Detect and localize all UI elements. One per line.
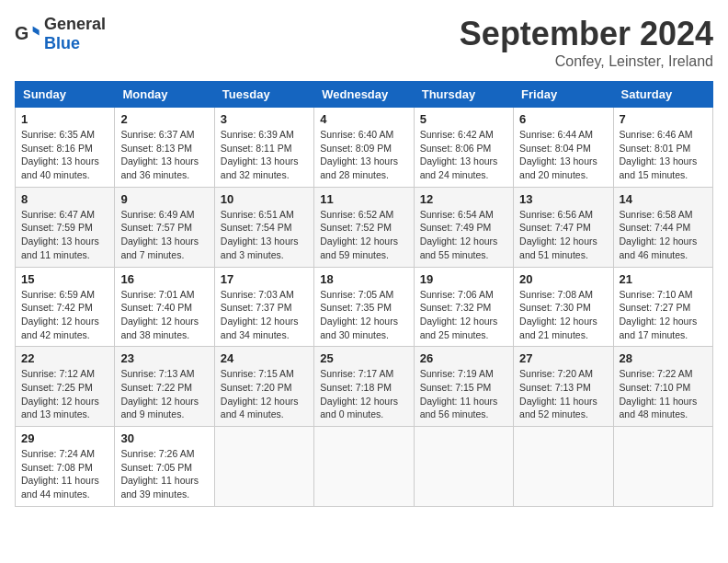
day-number: 18 xyxy=(320,272,407,286)
calendar-day-cell: 16 Sunrise: 7:01 AM Sunset: 7:40 PM Dayl… xyxy=(115,267,214,347)
calendar-week-row: 8 Sunrise: 6:47 AM Sunset: 7:59 PM Dayli… xyxy=(16,187,713,267)
calendar-day-cell: 10 Sunrise: 6:51 AM Sunset: 7:54 PM Dayl… xyxy=(214,187,313,267)
calendar-day-cell: 20 Sunrise: 7:08 AM Sunset: 7:30 PM Dayl… xyxy=(514,267,613,347)
calendar-day-cell: 28 Sunrise: 7:22 AM Sunset: 7:10 PM Dayl… xyxy=(613,347,712,427)
day-number: 29 xyxy=(21,431,108,445)
svg-marker-1 xyxy=(33,27,40,36)
day-info: Sunrise: 6:51 AM Sunset: 7:54 PM Dayligh… xyxy=(221,208,308,262)
day-info: Sunrise: 6:54 AM Sunset: 7:49 PM Dayligh… xyxy=(420,208,507,262)
day-number: 26 xyxy=(420,351,507,365)
calendar-day-cell: 6 Sunrise: 6:44 AM Sunset: 8:04 PM Dayli… xyxy=(514,108,613,188)
calendar-day-cell: 29 Sunrise: 7:24 AM Sunset: 7:08 PM Dayl… xyxy=(16,427,115,507)
svg-text:G: G xyxy=(15,23,28,43)
day-number: 8 xyxy=(21,192,108,206)
day-info: Sunrise: 7:15 AM Sunset: 7:20 PM Dayligh… xyxy=(221,367,308,421)
weekday-header-cell: Sunday xyxy=(16,82,115,108)
calendar-day-cell: 8 Sunrise: 6:47 AM Sunset: 7:59 PM Dayli… xyxy=(16,187,115,267)
logo-blue: Blue xyxy=(44,34,80,52)
calendar-week-row: 29 Sunrise: 7:24 AM Sunset: 7:08 PM Dayl… xyxy=(16,427,713,507)
day-info: Sunrise: 6:44 AM Sunset: 8:04 PM Dayligh… xyxy=(519,128,607,182)
calendar-day-cell xyxy=(613,427,712,507)
calendar-day-cell: 2 Sunrise: 6:37 AM Sunset: 8:13 PM Dayli… xyxy=(115,108,214,188)
day-number: 10 xyxy=(221,192,308,206)
day-info: Sunrise: 7:13 AM Sunset: 7:22 PM Dayligh… xyxy=(120,367,208,421)
day-info: Sunrise: 7:08 AM Sunset: 7:30 PM Dayligh… xyxy=(519,288,607,342)
calendar-day-cell: 7 Sunrise: 6:46 AM Sunset: 8:01 PM Dayli… xyxy=(613,108,712,188)
day-number: 1 xyxy=(21,112,108,126)
weekday-header-cell: Tuesday xyxy=(214,82,313,108)
day-info: Sunrise: 6:47 AM Sunset: 7:59 PM Dayligh… xyxy=(21,208,108,262)
day-number: 17 xyxy=(221,272,308,286)
day-number: 9 xyxy=(120,192,208,206)
day-number: 16 xyxy=(120,272,208,286)
day-info: Sunrise: 7:20 AM Sunset: 7:13 PM Dayligh… xyxy=(519,367,607,421)
day-info: Sunrise: 7:05 AM Sunset: 7:35 PM Dayligh… xyxy=(320,288,407,342)
title-area: September 2024 Confey, Leinster, Ireland xyxy=(460,15,713,70)
day-number: 7 xyxy=(620,112,707,126)
day-info: Sunrise: 7:10 AM Sunset: 7:27 PM Dayligh… xyxy=(620,288,707,342)
weekday-header-cell: Monday xyxy=(115,82,214,108)
day-info: Sunrise: 6:40 AM Sunset: 8:09 PM Dayligh… xyxy=(320,128,407,182)
day-info: Sunrise: 7:19 AM Sunset: 7:15 PM Dayligh… xyxy=(420,367,507,421)
day-info: Sunrise: 6:39 AM Sunset: 8:11 PM Dayligh… xyxy=(221,128,308,182)
calendar-day-cell: 19 Sunrise: 7:06 AM Sunset: 7:32 PM Dayl… xyxy=(414,267,513,347)
calendar-week-row: 22 Sunrise: 7:12 AM Sunset: 7:25 PM Dayl… xyxy=(16,347,713,427)
day-info: Sunrise: 7:17 AM Sunset: 7:18 PM Dayligh… xyxy=(320,367,407,421)
day-number: 14 xyxy=(620,192,707,206)
day-number: 12 xyxy=(420,192,507,206)
calendar-table: SundayMondayTuesdayWednesdayThursdayFrid… xyxy=(15,81,713,507)
day-number: 2 xyxy=(120,112,208,126)
day-number: 4 xyxy=(320,112,407,126)
calendar-day-cell: 26 Sunrise: 7:19 AM Sunset: 7:15 PM Dayl… xyxy=(414,347,513,427)
logo-icon: G xyxy=(15,21,40,47)
day-number: 11 xyxy=(320,192,407,206)
day-number: 28 xyxy=(620,351,707,365)
calendar-day-cell: 1 Sunrise: 6:35 AM Sunset: 8:16 PM Dayli… xyxy=(16,108,115,188)
day-info: Sunrise: 6:35 AM Sunset: 8:16 PM Dayligh… xyxy=(21,128,108,182)
day-number: 15 xyxy=(21,272,108,286)
calendar-day-cell: 17 Sunrise: 7:03 AM Sunset: 7:37 PM Dayl… xyxy=(214,267,313,347)
calendar-day-cell: 3 Sunrise: 6:39 AM Sunset: 8:11 PM Dayli… xyxy=(214,108,313,188)
month-title: September 2024 xyxy=(460,15,713,53)
calendar-day-cell xyxy=(414,427,513,507)
day-number: 20 xyxy=(519,272,607,286)
day-number: 19 xyxy=(420,272,507,286)
calendar-body: 1 Sunrise: 6:35 AM Sunset: 8:16 PM Dayli… xyxy=(16,108,713,507)
calendar-day-cell xyxy=(514,427,613,507)
logo: G General Blue xyxy=(15,15,106,53)
day-info: Sunrise: 6:49 AM Sunset: 7:57 PM Dayligh… xyxy=(120,208,208,262)
day-info: Sunrise: 6:58 AM Sunset: 7:44 PM Dayligh… xyxy=(620,208,707,262)
calendar-day-cell: 4 Sunrise: 6:40 AM Sunset: 8:09 PM Dayli… xyxy=(314,108,414,188)
day-number: 23 xyxy=(120,351,208,365)
calendar-day-cell: 24 Sunrise: 7:15 AM Sunset: 7:20 PM Dayl… xyxy=(214,347,313,427)
day-number: 21 xyxy=(620,272,707,286)
weekday-header-cell: Thursday xyxy=(414,82,513,108)
calendar-day-cell: 11 Sunrise: 6:52 AM Sunset: 7:52 PM Dayl… xyxy=(314,187,414,267)
day-info: Sunrise: 7:26 AM Sunset: 7:05 PM Dayligh… xyxy=(120,447,208,501)
day-number: 5 xyxy=(420,112,507,126)
day-number: 30 xyxy=(120,431,208,445)
calendar-day-cell: 30 Sunrise: 7:26 AM Sunset: 7:05 PM Dayl… xyxy=(115,427,214,507)
calendar-day-cell: 9 Sunrise: 6:49 AM Sunset: 7:57 PM Dayli… xyxy=(115,187,214,267)
day-info: Sunrise: 7:22 AM Sunset: 7:10 PM Dayligh… xyxy=(620,367,707,421)
day-info: Sunrise: 7:24 AM Sunset: 7:08 PM Dayligh… xyxy=(21,447,108,501)
weekday-header-row: SundayMondayTuesdayWednesdayThursdayFrid… xyxy=(16,82,713,108)
day-info: Sunrise: 7:01 AM Sunset: 7:40 PM Dayligh… xyxy=(120,288,208,342)
logo-general: General xyxy=(44,15,106,33)
calendar-week-row: 1 Sunrise: 6:35 AM Sunset: 8:16 PM Dayli… xyxy=(16,108,713,188)
calendar-day-cell: 5 Sunrise: 6:42 AM Sunset: 8:06 PM Dayli… xyxy=(414,108,513,188)
day-number: 6 xyxy=(519,112,607,126)
day-info: Sunrise: 6:56 AM Sunset: 7:47 PM Dayligh… xyxy=(519,208,607,262)
weekday-header-cell: Friday xyxy=(514,82,613,108)
day-number: 25 xyxy=(320,351,407,365)
calendar-day-cell: 23 Sunrise: 7:13 AM Sunset: 7:22 PM Dayl… xyxy=(115,347,214,427)
calendar-day-cell: 14 Sunrise: 6:58 AM Sunset: 7:44 PM Dayl… xyxy=(613,187,712,267)
day-info: Sunrise: 6:37 AM Sunset: 8:13 PM Dayligh… xyxy=(120,128,208,182)
header: G General Blue September 2024 Confey, Le… xyxy=(15,15,713,70)
calendar-day-cell: 27 Sunrise: 7:20 AM Sunset: 7:13 PM Dayl… xyxy=(514,347,613,427)
calendar-day-cell: 21 Sunrise: 7:10 AM Sunset: 7:27 PM Dayl… xyxy=(613,267,712,347)
day-info: Sunrise: 6:52 AM Sunset: 7:52 PM Dayligh… xyxy=(320,208,407,262)
calendar-week-row: 15 Sunrise: 6:59 AM Sunset: 7:42 PM Dayl… xyxy=(16,267,713,347)
calendar-day-cell: 15 Sunrise: 6:59 AM Sunset: 7:42 PM Dayl… xyxy=(16,267,115,347)
day-info: Sunrise: 6:46 AM Sunset: 8:01 PM Dayligh… xyxy=(620,128,707,182)
